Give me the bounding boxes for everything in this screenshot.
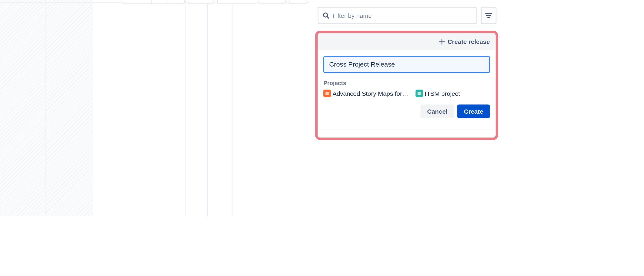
svg-rect-2 — [326, 92, 329, 95]
project-icon — [324, 90, 331, 97]
cancel-button[interactable]: Cancel — [420, 105, 454, 118]
plus-icon — [439, 39, 445, 44]
current-time-indicator — [207, 0, 207, 216]
project-chip[interactable]: Advanced Story Maps for… — [324, 90, 408, 97]
filter-input[interactable] — [332, 12, 472, 19]
project-chip[interactable]: ITSM project — [416, 90, 460, 97]
project-icon — [416, 90, 423, 97]
svg-rect-3 — [418, 92, 421, 95]
projects-label: Projects — [324, 80, 490, 86]
search-icon — [322, 12, 329, 18]
create-release-label: Create release — [448, 38, 490, 45]
close-panel-button[interactable] — [485, 0, 496, 2]
grid-column — [139, 0, 186, 216]
grid-column — [92, 0, 139, 216]
grid-column — [46, 0, 92, 216]
grid-column — [0, 0, 46, 216]
create-release-card: Create release Projects Advanced Story M… — [315, 31, 498, 140]
group-by-button[interactable]: Group by — [218, 0, 255, 3]
share-button[interactable] — [290, 0, 306, 3]
filter-button[interactable]: Filter — [188, 0, 214, 3]
create-release-link[interactable]: Create release — [318, 33, 496, 50]
filter-settings-button[interactable] — [481, 7, 496, 24]
timeline-toolbar: Today Filter Group by Color — [123, 0, 306, 4]
grid-column — [232, 0, 279, 216]
zoom-out-button[interactable] — [168, 0, 184, 3]
project-name: ITSM project — [425, 90, 460, 97]
create-button[interactable]: Create — [458, 105, 490, 118]
zoom-in-button[interactable] — [151, 0, 168, 3]
project-name: Advanced Story Maps for… — [332, 90, 408, 97]
today-button[interactable]: Today — [123, 0, 151, 3]
filter-icon — [485, 12, 492, 19]
timeline[interactable]: Cross-Project Releases Today Filter Grou… — [0, 0, 310, 216]
panel-title: Unscheduled releases — [318, 0, 403, 1]
release-name-input[interactable] — [324, 56, 490, 73]
filter-input-wrapper[interactable] — [318, 7, 477, 24]
unscheduled-panel: Unscheduled releases — [310, 0, 503, 216]
color-button[interactable]: Color — [259, 0, 286, 3]
grid-column — [186, 0, 232, 216]
grid-column — [279, 0, 310, 216]
